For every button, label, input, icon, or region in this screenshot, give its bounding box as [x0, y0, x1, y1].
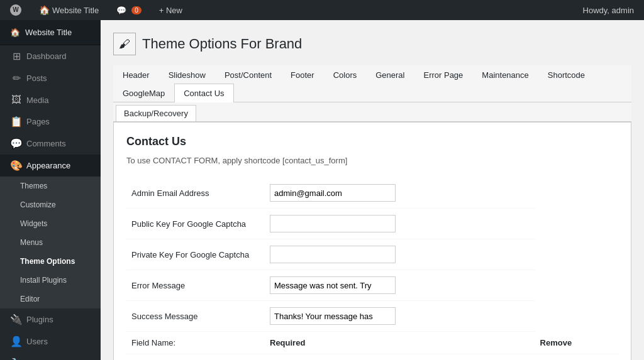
sidebar-label-media: Media — [26, 95, 48, 105]
remove-header: Remove — [535, 332, 618, 354]
adminbar-comments[interactable]: 💬 0 — [111, 0, 147, 20]
tab-post-content-label: Post/Content — [225, 70, 272, 80]
field-label-private-key: Private Key For Google Captcha — [126, 239, 265, 270]
plugins-icon: 🔌 — [10, 314, 23, 325]
comments-count: 0 — [131, 6, 142, 14]
tab-header[interactable]: Header — [113, 65, 159, 84]
sidebar-brand-icon: 🏠 — [10, 28, 20, 37]
sidebar-label-comments: Comments — [26, 139, 66, 148]
sidebar-item-themes[interactable]: Themes — [0, 177, 101, 195]
sidebar-label-appearance: Appearance — [26, 161, 70, 170]
tab-googlemap[interactable]: GoogleMap — [113, 84, 174, 102]
sidebar-label-users: Users — [26, 337, 48, 346]
media-icon: 🖼 — [10, 94, 23, 106]
tabs-row-1: Header Slideshow Post/Content Footer Col… — [113, 65, 631, 102]
tabs-row-2: Backup/Recovery — [113, 102, 631, 122]
tab-shortcode-label: Shortcode — [548, 70, 585, 80]
page-title-icon: 🖌 — [113, 33, 136, 55]
tab-googlemap-label: GoogleMap — [123, 89, 165, 98]
tab-header-label: Header — [123, 70, 150, 80]
sidebar-item-tools[interactable]: 🔧 Tools — [0, 352, 101, 360]
widgets-label: Widgets — [20, 219, 47, 228]
sidebar-brand[interactable]: 🏠 Website Title — [0, 20, 101, 45]
tab-error-page-label: Error Page — [423, 70, 463, 80]
sidebar-item-menus[interactable]: Menus — [0, 233, 101, 252]
sidebar-item-widgets[interactable]: Widgets — [0, 214, 101, 233]
sidebar-item-editor[interactable]: Editor — [0, 290, 101, 308]
table-row: Admin Email Address — [126, 178, 618, 209]
sidebar-label-pages: Pages — [26, 117, 50, 126]
tab-contact-us-label: Contact Us — [184, 89, 224, 98]
sidebar-item-appearance[interactable]: 🎨 Appearance — [0, 155, 101, 177]
table-row: Error Message — [126, 270, 618, 301]
editor-label: Editor — [20, 295, 40, 303]
tab-slideshow-label: Slideshow — [169, 70, 206, 80]
tab-general[interactable]: General — [366, 65, 414, 84]
pages-icon: 📋 — [10, 116, 23, 128]
sidebar-item-media[interactable]: 🖼 Media — [0, 89, 101, 111]
new-label: + New — [159, 6, 182, 15]
private-key-input[interactable] — [270, 246, 396, 263]
theme-options-label: Theme Options — [20, 257, 75, 266]
error-message-input[interactable] — [270, 276, 396, 294]
tab-shortcode[interactable]: Shortcode — [538, 65, 594, 84]
theme-icon: 🖌 — [119, 38, 130, 51]
dashboard-icon: ⊞ — [10, 50, 23, 62]
page-title: Theme Options For Brand — [142, 36, 302, 52]
sidebar-item-users[interactable]: 👤 Users — [0, 330, 101, 352]
field-label-success-message: Success Message — [126, 301, 265, 332]
sidebar-item-pages[interactable]: 📋 Pages — [0, 111, 101, 133]
section-title: Contact Us — [126, 135, 618, 148]
sidebar-item-theme-options[interactable]: Theme Options — [0, 252, 101, 271]
tab-general-label: General — [375, 70, 404, 80]
content-area: Contact Us To use CONTACT FORM, apply sh… — [113, 122, 631, 360]
sidebar-item-posts[interactable]: ✏ Posts — [0, 67, 101, 89]
adminbar-new[interactable]: + New — [154, 0, 187, 20]
themes-label: Themes — [20, 182, 47, 190]
sidebar-item-plugins[interactable]: 🔌 Plugins — [0, 308, 101, 330]
field-label-error-message: Error Message — [126, 270, 265, 301]
tab-maintenance-label: Maintenance — [482, 70, 528, 80]
sidebar-brand-label: Website Title — [25, 28, 72, 37]
tab-footer[interactable]: Footer — [281, 65, 324, 84]
tab-maintenance[interactable]: Maintenance — [472, 65, 538, 84]
field-label-public-key: Public Key For Google Captcha — [126, 209, 265, 239]
howdy-text: Howdy, admin — [583, 6, 634, 15]
sidebar-label-plugins: Plugins — [26, 315, 53, 324]
appearance-icon: 🎨 — [10, 160, 23, 172]
admin-email-input[interactable] — [270, 184, 396, 202]
page-title-row: 🖌 Theme Options For Brand — [113, 33, 631, 55]
wp-icon: W — [10, 4, 21, 16]
tab-error-page[interactable]: Error Page — [414, 65, 472, 84]
tab-backup-recovery-label: Backup/Recovery — [124, 109, 188, 118]
comment-icon: 💬 — [116, 6, 126, 15]
success-message-input[interactable] — [270, 307, 396, 325]
form-table: Admin Email Address Public Key For Googl… — [126, 178, 618, 354]
field-name-header-row: Field Name: Required Remove — [126, 332, 618, 354]
tab-slideshow[interactable]: Slideshow — [159, 65, 215, 84]
table-row: Private Key For Google Captcha — [126, 239, 618, 270]
tab-colors[interactable]: Colors — [324, 65, 367, 84]
users-icon: 👤 — [10, 335, 23, 347]
sidebar-item-comments[interactable]: 💬 Comments — [0, 133, 101, 155]
field-label-admin-email: Admin Email Address — [126, 178, 265, 209]
home-icon: 🏠 — [39, 5, 50, 15]
sidebar-item-dashboard[interactable]: ⊞ Dashboard — [0, 45, 101, 67]
comments-icon: 💬 — [10, 138, 23, 150]
admin-bar: W 🏠 Website Title 💬 0 + New Howdy, admin — [0, 0, 644, 20]
install-plugins-label: Install Plugins — [20, 276, 67, 285]
adminbar-site-name[interactable]: 🏠 Website Title — [34, 0, 104, 20]
sidebar-item-install-plugins[interactable]: Install Plugins — [0, 271, 101, 290]
tab-post-content[interactable]: Post/Content — [215, 65, 281, 84]
sidebar-label-dashboard: Dashboard — [26, 52, 67, 61]
posts-icon: ✏ — [10, 72, 23, 84]
adminbar-wp-logo[interactable]: W — [5, 0, 26, 20]
customize-label: Customize — [20, 200, 56, 209]
tab-footer-label: Footer — [291, 70, 314, 80]
tab-colors-label: Colors — [333, 70, 357, 80]
main-content: 🖌 Theme Options For Brand Header Slidesh… — [101, 20, 644, 360]
public-key-input[interactable] — [270, 215, 396, 232]
tab-contact-us[interactable]: Contact Us — [174, 84, 233, 102]
tab-backup-recovery[interactable]: Backup/Recovery — [116, 105, 196, 122]
sidebar-item-customize[interactable]: Customize — [0, 195, 101, 214]
